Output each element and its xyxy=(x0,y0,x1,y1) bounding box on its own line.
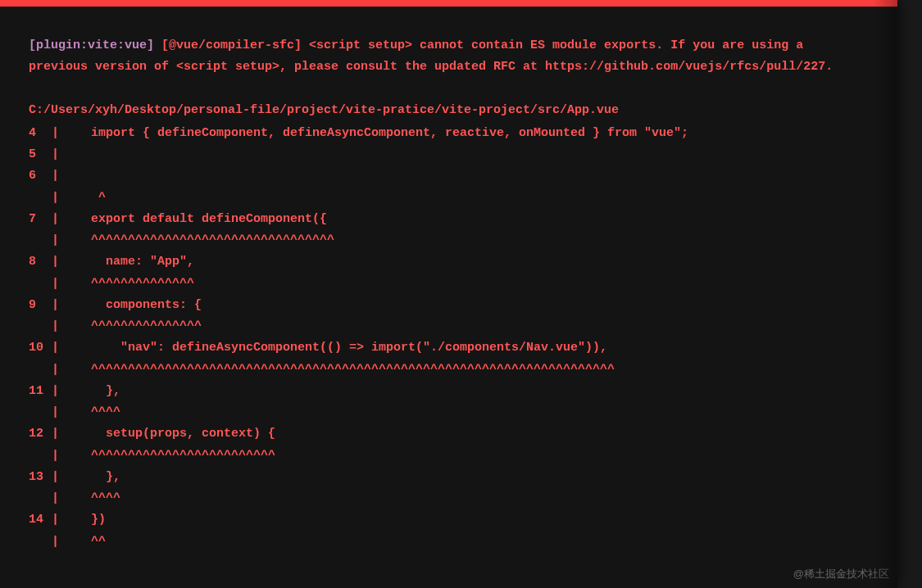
code-line: | ^^^^ xyxy=(29,402,869,423)
line-pipe: | xyxy=(52,144,76,165)
line-pipe: | xyxy=(52,488,76,509)
error-content: [plugin:vite:vue] [@vue/compiler-sfc] <s… xyxy=(0,7,897,581)
code-line: 9| components: { xyxy=(29,295,869,316)
code-text: ^^^^^^^^^^^^^^^^^^^^^^^^^^^^^^^^^ xyxy=(76,230,334,251)
line-pipe: | xyxy=(52,274,76,295)
code-text: ^^^^^^^^^^^^^^^ xyxy=(76,316,202,337)
code-line: | ^^^^^^^^^^^^^^^^^^^^^^^^^^^^^^^^^^^^^^… xyxy=(29,360,869,381)
code-line: | ^^ xyxy=(29,531,869,553)
line-pipe: | xyxy=(52,446,76,467)
file-path: C:/Users/xyh/Desktop/personal-file/proje… xyxy=(29,100,869,121)
code-line: 10| "nav": defineAsyncComponent(() => im… xyxy=(29,337,869,359)
line-number: 8 xyxy=(29,251,52,273)
plugin-tag: [plugin:vite:vue] xyxy=(29,38,154,52)
line-number: 7 xyxy=(29,209,52,230)
code-text: "nav": defineAsyncComponent(() => import… xyxy=(76,337,607,359)
code-text: ^^ xyxy=(76,531,106,553)
code-text: setup(props, context) { xyxy=(76,423,275,445)
code-line: 7| export default defineComponent({ xyxy=(29,209,869,230)
code-text: ^^^^ xyxy=(76,488,120,509)
line-number: 14 xyxy=(29,509,52,531)
line-pipe: | xyxy=(52,423,76,445)
code-line: 14| }) xyxy=(29,509,869,531)
line-number: 4 xyxy=(29,123,52,144)
code-line: 6| xyxy=(29,165,869,187)
code-line: 11| }, xyxy=(29,381,869,402)
code-text: }) xyxy=(76,509,106,531)
line-pipe: | xyxy=(52,360,76,381)
line-number: 5 xyxy=(29,144,52,165)
code-line: | ^^^^ xyxy=(29,488,869,509)
line-pipe: | xyxy=(52,381,76,402)
line-number: 12 xyxy=(29,423,52,445)
code-line: 13| }, xyxy=(29,467,869,488)
line-pipe: | xyxy=(52,531,76,553)
code-text: export default defineComponent({ xyxy=(76,209,327,230)
line-pipe: | xyxy=(52,316,76,337)
code-text: ^^^^^^^^^^^^^^^^^^^^^^^^^ xyxy=(76,446,275,467)
line-pipe: | xyxy=(52,230,76,251)
line-pipe: | xyxy=(52,295,76,316)
error-overlay: [plugin:vite:vue] [@vue/compiler-sfc] <s… xyxy=(0,0,897,588)
error-message-block: [plugin:vite:vue] [@vue/compiler-sfc] <s… xyxy=(29,35,869,79)
code-text: import { defineComponent, defineAsyncCom… xyxy=(76,123,688,144)
code-line: | ^^^^^^^^^^^^^^ xyxy=(29,274,869,295)
code-line: 4| import { defineComponent, defineAsync… xyxy=(29,123,869,144)
line-pipe: | xyxy=(52,251,76,273)
line-number: 6 xyxy=(29,165,52,187)
code-text: }, xyxy=(76,381,120,402)
code-line: 12| setup(props, context) { xyxy=(29,423,869,445)
code-text: name: "App", xyxy=(76,251,194,273)
watermark: @稀土掘金技术社区 xyxy=(793,567,889,581)
line-number: 13 xyxy=(29,467,52,488)
line-pipe: | xyxy=(52,467,76,488)
code-line: | ^^^^^^^^^^^^^^^^^^^^^^^^^ xyxy=(29,446,869,467)
line-number: 9 xyxy=(29,295,52,316)
line-pipe: | xyxy=(52,209,76,230)
code-text: ^ xyxy=(76,188,106,209)
code-text: ^^^^^^^^^^^^^^^^^^^^^^^^^^^^^^^^^^^^^^^^… xyxy=(76,360,615,381)
code-line: 8| name: "App", xyxy=(29,251,869,273)
code-line: | ^^^^^^^^^^^^^^^^^^^^^^^^^^^^^^^^^ xyxy=(29,230,869,251)
line-pipe: | xyxy=(52,123,76,144)
code-text: ^^^^ xyxy=(76,402,120,423)
line-pipe: | xyxy=(52,188,76,209)
code-line: | ^^^^^^^^^^^^^^^ xyxy=(29,316,869,337)
line-number: 11 xyxy=(29,381,52,402)
line-pipe: | xyxy=(52,509,76,531)
code-line: | ^ xyxy=(29,188,869,209)
code-text: components: { xyxy=(76,295,202,316)
code-text: }, xyxy=(76,467,120,488)
line-pipe: | xyxy=(52,337,76,359)
code-text: ^^^^^^^^^^^^^^ xyxy=(76,274,194,295)
line-pipe: | xyxy=(52,165,76,187)
code-line: 5| xyxy=(29,144,869,165)
line-pipe: | xyxy=(52,402,76,423)
error-top-bar xyxy=(0,0,897,7)
code-block: 4| import { defineComponent, defineAsync… xyxy=(29,123,869,553)
line-number: 10 xyxy=(29,337,52,359)
